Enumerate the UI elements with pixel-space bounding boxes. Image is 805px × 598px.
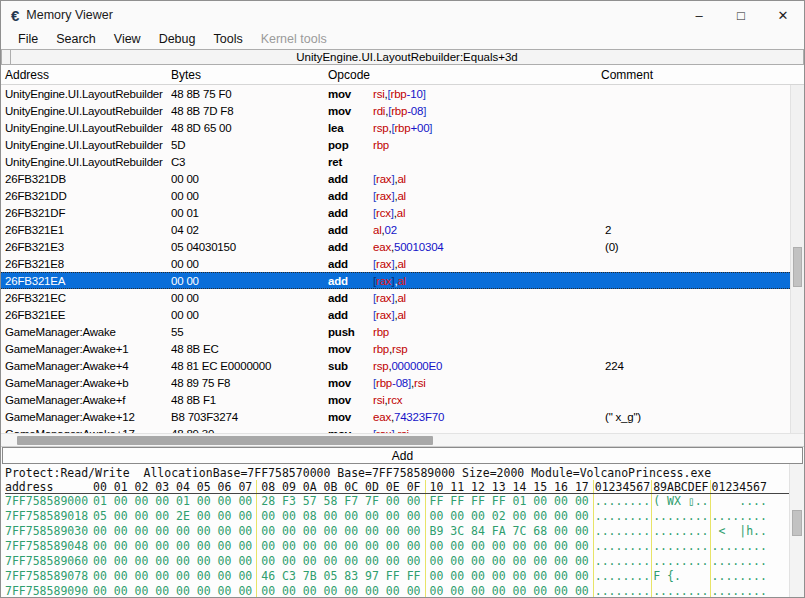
disassembly-row[interactable]: 26FB321E800 00add[rax],al (1, 255, 790, 272)
hex-row[interactable]: 7FF75858907800 00 00 00 00 00 00 0046 C3… (5, 569, 789, 584)
hex-byte-group[interactable]: 00 00 00 00 00 00 00 00 (425, 584, 593, 597)
hex-byte-group[interactable]: 00 00 00 00 00 00 00 00 (256, 524, 424, 539)
operand-token: al (397, 190, 406, 202)
disassembly-row[interactable]: 26FB321EC00 00add[rax],al (1, 289, 790, 306)
hex-row[interactable]: 7FF75858904800 00 00 00 00 00 00 0000 00… (5, 539, 789, 554)
disassembly-row[interactable]: 26FB321E305 04030150addeax,50010304(0) (1, 238, 790, 255)
hex-address-cell: 7FF758589018 (5, 509, 89, 524)
address-cell: UnityEngine.UI.LayoutRebuilder (5, 122, 171, 134)
disassembly-horizontal-scrollbar[interactable] (1, 433, 804, 447)
hex-byte-group[interactable]: 46 C3 7B 05 83 97 FF FF (256, 569, 424, 584)
hex-byte-group[interactable]: 00 00 00 00 00 00 00 00 (256, 554, 424, 569)
hex-byte-group[interactable]: 01 00 00 00 01 00 00 00 (89, 494, 256, 509)
disassembly-row[interactable]: UnityEngine.UI.LayoutRebuilder48 8D 65 0… (1, 119, 790, 136)
disassembly-row[interactable]: 26FB321DB00 00add[rax],al (1, 170, 790, 187)
disassembly-row[interactable]: 26FB321DF00 01add[rcx],al (1, 204, 790, 221)
hex-byte-group[interactable]: 00 00 08 00 00 00 00 00 (256, 509, 424, 524)
disassembly-vertical-scrollbar[interactable] (790, 85, 804, 433)
disassembly-row[interactable]: GameManager:Awake+1748 89 30mov[rax],rsi (1, 425, 790, 433)
menu-item-tools[interactable]: Tools (204, 31, 251, 47)
hex-byte-group[interactable]: 28 F3 57 58 F7 7F 00 00 (256, 494, 424, 509)
operand-token: 00 (417, 122, 429, 134)
hex-vertical-scrollbar-thumb[interactable] (792, 510, 802, 536)
disassembly-row[interactable]: GameManager:Awake+f48 8B F1movrsi,rcx (1, 391, 790, 408)
bytes-cell: 00 00 (171, 292, 328, 304)
hex-row[interactable]: 7FF75858909000 00 00 00 00 00 00 0000 00… (5, 584, 789, 597)
disassembly-row[interactable]: GameManager:Awake+b48 89 75 F8mov[rbp-08… (1, 374, 790, 391)
menu-item-debug[interactable]: Debug (150, 31, 205, 47)
disassembly-row[interactable]: UnityEngine.UI.LayoutRebuilder5Dpoprbp (1, 136, 790, 153)
operands-cell: rsp,000000E0 (373, 360, 601, 372)
hex-byte-group[interactable]: FF FF FF FF 01 00 00 00 (425, 494, 593, 509)
close-button[interactable]: ✕ (762, 1, 804, 29)
disassembly-row[interactable]: UnityEngine.UI.LayoutRebuilder48 8B 75 F… (1, 85, 790, 102)
hex-byte-group[interactable]: 00 00 00 00 00 00 00 00 (89, 524, 256, 539)
hex-byte-group[interactable]: 00 00 00 00 00 00 00 00 (425, 569, 593, 584)
disassembly-row[interactable]: 26FB321E104 02addal,022 (1, 221, 790, 238)
hex-row[interactable]: 7FF75858901805 00 00 00 2E 00 00 0000 00… (5, 509, 789, 524)
disassembly-row[interactable]: 26FB321DD00 00add[rax],al (1, 187, 790, 204)
disassembly-row[interactable]: 26FB321EA00 00add[rax],al (1, 272, 790, 289)
mnemonic-cell: add (328, 224, 373, 236)
operand-token: rbp (373, 326, 389, 338)
comment-cell: 224 (601, 360, 790, 372)
hex-region-info: Protect:Read/Write AllocationBase=7FF758… (5, 466, 804, 480)
hex-byte-group[interactable]: 00 00 00 00 00 00 00 00 (425, 539, 593, 554)
disassembly-row[interactable]: GameManager:Awake55pushrbp (1, 323, 790, 340)
hex-row[interactable]: 7FF75858900001 00 00 00 01 00 00 0028 F3… (5, 494, 789, 509)
operand-token: al (397, 275, 406, 287)
hex-byte-group[interactable]: B9 3C 84 FA 7C 68 00 00 (425, 524, 593, 539)
menu-item-file[interactable]: File (9, 31, 47, 47)
hex-byte-group[interactable]: 00 00 00 00 00 00 00 00 (89, 569, 256, 584)
disassembly-row[interactable]: UnityEngine.UI.LayoutRebuilderC3ret (1, 153, 790, 170)
hex-byte-group[interactable]: 00 00 00 00 00 00 00 00 (425, 554, 593, 569)
symbol-bar: UnityEngine.UI.LayoutRebuilder:Equals+3d (1, 49, 804, 65)
minimize-button[interactable]: – (678, 1, 720, 29)
hex-byte-group[interactable]: 00 00 00 00 00 00 00 00 (256, 539, 424, 554)
address-cell: 26FB321E8 (5, 258, 171, 270)
menu-item-search[interactable]: Search (47, 31, 105, 47)
operand-token: eax (373, 241, 391, 253)
disassembly-row[interactable]: GameManager:Awake+448 81 EC E0000000subr… (1, 357, 790, 374)
hex-vertical-scrollbar[interactable] (789, 464, 804, 597)
disassembly-column-headers: Address Bytes Opcode Comment (1, 65, 804, 85)
add-button[interactable]: Add (2, 447, 803, 464)
column-header-bytes: Bytes (171, 68, 328, 82)
disassembly-row[interactable]: GameManager:Awake+12B8 703F3274moveax,74… (1, 408, 790, 425)
operand-token: al (397, 173, 406, 185)
hex-byte-group[interactable]: 00 00 00 00 00 00 00 00 (89, 554, 256, 569)
mnemonic-cell: pop (328, 139, 373, 151)
maximize-button[interactable]: □ (720, 1, 762, 29)
operand-token: 08 (411, 105, 423, 117)
hex-byte-group[interactable]: 05 00 00 00 2E 00 00 00 (89, 509, 256, 524)
hex-ascii-group: ........ (710, 509, 768, 524)
operands-cell: [rax],al (373, 275, 601, 287)
operand-token: rcx (376, 207, 391, 219)
hex-byte-group[interactable]: 00 00 00 02 00 00 00 00 (425, 509, 593, 524)
disassembly-row[interactable]: UnityEngine.UI.LayoutRebuilder48 8B 7D F… (1, 102, 790, 119)
disassembly-row[interactable]: GameManager:Awake+148 8B ECmovrbp,rsp (1, 340, 790, 357)
hex-ascii-group: ........ (651, 509, 709, 524)
menu-item-view[interactable]: View (105, 31, 150, 47)
bytes-cell: 00 00 (171, 309, 328, 321)
hex-address-cell: 7FF758589000 (5, 494, 89, 509)
hex-row[interactable]: 7FF75858906000 00 00 00 00 00 00 0000 00… (5, 554, 789, 569)
hex-byte-group[interactable]: 00 00 00 00 00 00 00 00 (89, 539, 256, 554)
menu-bar: FileSearchViewDebugToolsKernel tools (1, 29, 804, 49)
hex-ascii-header-group: 01234567 (710, 480, 768, 493)
disassembly-horizontal-scrollbar-thumb[interactable] (17, 436, 433, 445)
hex-row[interactable]: 7FF75858903000 00 00 00 00 00 00 0000 00… (5, 524, 789, 539)
hex-byte-group[interactable]: 00 00 00 00 00 00 00 00 (89, 584, 256, 597)
hex-ascii-group: < |h.. (710, 524, 768, 539)
operand-token: al (397, 258, 406, 270)
operand-token: rbp (391, 105, 407, 117)
bytes-cell: 05 04030150 (171, 241, 328, 253)
disassembly-row[interactable]: 26FB321EE00 00add[rax],al (1, 306, 790, 323)
address-cell: GameManager:Awake+12 (5, 411, 171, 423)
current-symbol-label: UnityEngine.UI.LayoutRebuilder:Equals+3d (10, 49, 804, 65)
disassembly-vertical-scrollbar-thumb[interactable] (793, 247, 802, 287)
address-cell: UnityEngine.UI.LayoutRebuilder (5, 105, 171, 117)
hex-ascii-header-group: 01234567 (593, 480, 651, 493)
comment-cell: 2 (601, 224, 790, 236)
hex-byte-group[interactable]: 00 00 00 00 00 00 00 00 (256, 584, 424, 597)
